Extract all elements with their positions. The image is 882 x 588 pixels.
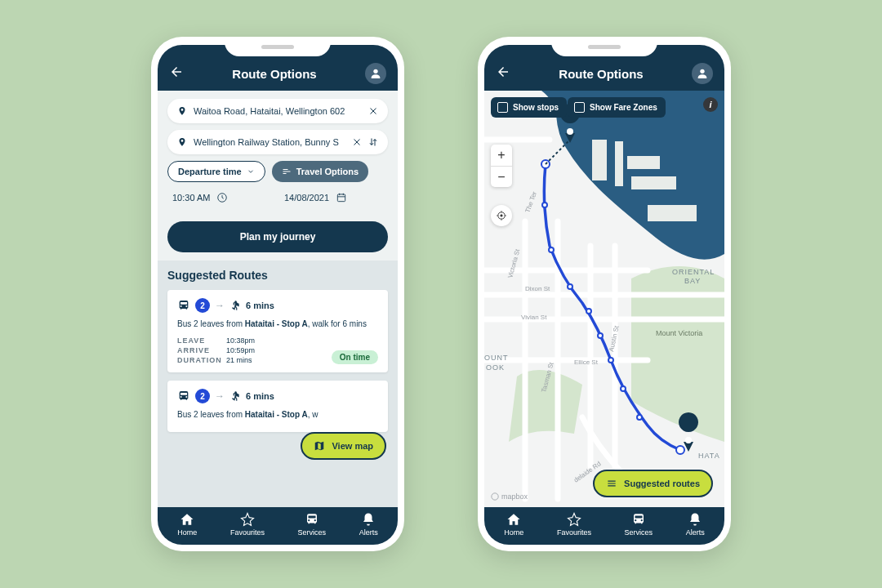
svg-text:OOK: OOK [486,363,505,372]
info-icon[interactable]: i [703,97,718,112]
svg-rect-8 [615,141,623,186]
bus-nav-icon [631,512,646,527]
svg-point-20 [637,415,642,420]
walk-icon [229,390,241,402]
view-map-label: View map [332,441,373,451]
route-card[interactable]: 2 → 6 mins Bus 2 leaves from Hataitai - … [167,381,388,432]
svg-point-21 [676,446,684,454]
home-icon [180,512,194,527]
route-description: Bus 2 leaves from Hataitai - Stop A, w [177,410,378,419]
clear-icon[interactable] [352,137,362,147]
nav-favourites[interactable]: Favourites [557,512,591,537]
sliders-icon [282,167,292,176]
phone-left: Route Options Waitoa Road, Hataitai, Wel… [151,37,404,551]
svg-text:Mount Victoria: Mount Victoria [656,329,702,337]
svg-text:BAY: BAY [684,277,701,285]
svg-point-0 [373,69,377,74]
nav-home[interactable]: Home [504,512,523,537]
clear-icon[interactable] [368,106,378,116]
svg-point-16 [586,309,591,314]
back-icon[interactable] [496,65,510,82]
departure-time-dropdown[interactable]: Departure time [167,161,265,182]
locate-button[interactable] [491,205,512,226]
suggested-routes-button[interactable]: Suggested routes [593,470,713,497]
destination-input[interactable]: Wellington Railway Station, Bunny S [167,130,388,154]
date-picker[interactable]: 14/08/2021 [284,192,383,203]
route-card[interactable]: 2 → 6 mins Bus 2 leaves from Hataitai - … [167,290,388,372]
suggested-routes-section: Suggested Routes 2 → 6 mins Bus 2 leaves… [158,261,398,507]
swap-icon[interactable] [368,137,378,147]
view-map-button[interactable]: View map [301,432,386,460]
zoom-out-button[interactable]: − [491,166,512,187]
bus-number-badge: 2 [195,389,210,403]
map-canvas: PIPITEA ORIENTAL BAY Mount Victoria HATA… [484,91,724,507]
svg-text:Dixon St: Dixon St [525,285,550,292]
pin-icon [177,137,187,147]
bus-number-badge: 2 [195,298,210,313]
nav-services[interactable]: Services [625,512,653,537]
checkbox-icon [497,102,508,113]
checkbox-icon [574,102,585,113]
origin-text: Waitoa Road, Hataitai, Wellington 602 [194,106,362,116]
calendar-icon [336,192,347,203]
show-stops-toggle[interactable]: Show stops [491,97,567,118]
map-icon [314,440,325,452]
svg-text:Ellice St: Ellice St [574,359,599,366]
svg-point-23 [685,437,692,443]
home-icon [506,512,521,527]
bus-icon [177,299,190,312]
time-picker[interactable]: 10:30 AM [172,192,271,203]
origin-input[interactable]: Waitoa Road, Hataitai, Wellington 602 [167,99,388,123]
star-icon [240,512,255,527]
bell-icon [688,512,702,527]
avatar-icon[interactable] [365,63,386,84]
notch [225,37,331,56]
destination-text: Wellington Railway Station, Bunny S [194,137,345,147]
svg-rect-11 [648,205,697,221]
page-title: Route Options [559,67,643,81]
nav-alerts[interactable]: Alerts [686,512,705,537]
arrow-icon: → [215,390,225,402]
zoom-in-button[interactable]: + [491,145,512,166]
walk-icon [229,300,241,311]
nav-favourites[interactable]: Favourites [230,512,265,537]
chevron-down-icon [247,167,255,176]
nav-services[interactable]: Services [298,512,327,537]
map-content: PIPITEA ORIENTAL BAY Mount Victoria HATA… [484,91,724,507]
bottom-nav: Home Favourites Services Alerts [484,507,724,545]
svg-rect-7 [592,140,607,180]
plan-journey-label: Plan my journey [240,231,316,243]
svg-text:Vivian St: Vivian St [521,314,547,321]
time-value: 10:30 AM [172,193,210,203]
bottom-nav: Home Favourites Services Alerts [158,507,398,545]
svg-point-13 [542,203,547,207]
star-icon [567,512,581,527]
bus-icon [177,390,190,403]
clock-icon [216,192,228,203]
travel-options-button[interactable]: Travel Options [272,161,368,182]
status-badge: On time [332,350,378,364]
mapbox-attribution: mapbox [491,492,528,501]
svg-point-18 [608,358,613,363]
list-icon [606,478,617,489]
svg-text:ORIENTAL: ORIENTAL [672,268,715,276]
svg-point-17 [598,333,603,338]
map[interactable]: PIPITEA ORIENTAL BAY Mount Victoria HATA… [484,91,724,507]
route-options-content: Waitoa Road, Hataitai, Wellington 602 We… [158,91,398,507]
departure-time-label: Departure time [178,167,242,176]
nav-home[interactable]: Home [177,512,197,537]
avatar-icon[interactable] [692,63,713,84]
bell-icon [361,512,376,527]
nav-alerts[interactable]: Alerts [359,512,378,537]
back-icon[interactable] [169,65,184,82]
phone-right: Route Options [478,37,731,551]
show-fare-zones-toggle[interactable]: Show Fare Zones [568,97,666,118]
plan-journey-button[interactable]: Plan my journey [167,221,388,252]
suggested-routes-heading: Suggested Routes [167,269,388,282]
svg-point-5 [700,69,704,74]
svg-point-41 [501,215,502,216]
svg-point-19 [621,386,626,391]
svg-rect-10 [631,176,676,189]
page-title: Route Options [232,67,316,81]
svg-rect-9 [627,156,660,169]
